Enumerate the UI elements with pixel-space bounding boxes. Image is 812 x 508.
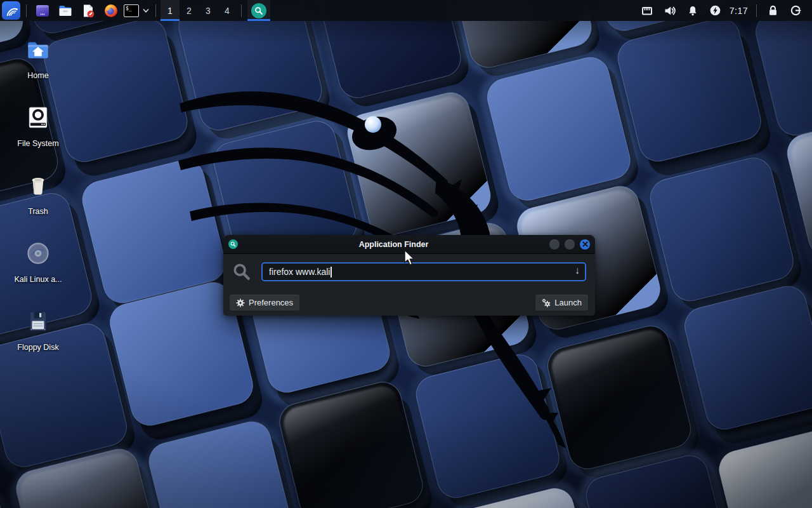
close-icon [582, 241, 588, 247]
kali-logo-icon [4, 4, 18, 18]
panel-separator [756, 4, 757, 17]
panel-separator [241, 4, 242, 17]
clock[interactable]: 7:17 [730, 6, 748, 16]
launch-button-label: Launch [554, 298, 582, 307]
panel-separator [26, 4, 27, 17]
workspace-3-label: 3 [206, 6, 211, 16]
search-input-text: firefox www.kali [269, 267, 330, 277]
desktop-icon-label: Floppy Disk [17, 343, 58, 352]
lock-screen-icon[interactable] [766, 4, 779, 17]
notifications-bell-icon[interactable] [686, 4, 699, 17]
purple-window-icon [35, 3, 50, 18]
workspace-4[interactable]: 4 [218, 0, 237, 21]
close-button[interactable] [580, 239, 590, 250]
workspace-2[interactable]: 2 [180, 0, 199, 21]
app-finder-icon [251, 3, 266, 18]
firefox-icon [103, 3, 119, 18]
launcher-file-manager[interactable] [57, 3, 74, 19]
dropdown-arrow-icon[interactable]: ↓ [575, 265, 580, 276]
desktop-icon-label: Trash [28, 207, 48, 216]
search-icon [232, 262, 251, 281]
desktop-icon-trash[interactable]: Trash [6, 165, 70, 233]
volume-icon[interactable] [664, 4, 676, 17]
panel-separator [155, 4, 156, 17]
launcher-terminal[interactable]: $_ [124, 4, 150, 17]
window-title: Application Finder [238, 240, 549, 249]
desktop-icon-label: Kali Linux a... [14, 275, 62, 284]
launcher-apps-purple[interactable] [34, 3, 51, 19]
application-finder-window: Application Finder firefox www.kali ↓ [223, 235, 595, 316]
network-icon[interactable] [641, 4, 653, 17]
launcher-firefox[interactable] [103, 3, 119, 19]
desktop-icon-kali-linux[interactable]: Kali Linux a... [6, 233, 70, 301]
top-panel: $_ 1 2 3 4 [0, 0, 812, 21]
workspace-1-label: 1 [167, 6, 173, 16]
window-icon [228, 239, 238, 249]
desktop-icon-label: File System [17, 139, 58, 148]
chevron-down-icon[interactable] [142, 7, 150, 15]
preferences-button[interactable]: Preferences [229, 294, 300, 311]
mouse-cursor [403, 250, 417, 266]
workspace-2-label: 2 [187, 6, 192, 16]
gear-icon [236, 298, 245, 307]
desktop-icon-home[interactable]: Home [6, 29, 70, 97]
floppy-disk-icon [25, 308, 51, 335]
desktop-root: $_ 1 2 3 4 [0, 0, 812, 508]
taskbar-application-finder[interactable] [247, 0, 270, 21]
minimize-button[interactable] [549, 239, 560, 250]
launcher-text-editor[interactable] [80, 3, 96, 19]
cdrom-disc-icon [23, 239, 53, 268]
launch-button[interactable]: Launch [535, 294, 589, 311]
document-edit-icon [81, 3, 96, 18]
trash-can-icon [25, 172, 51, 199]
launch-gears-icon [542, 298, 551, 307]
power-manager-icon[interactable] [709, 4, 722, 17]
search-input[interactable]: firefox www.kali ↓ [261, 262, 586, 281]
kali-menu-button[interactable] [2, 1, 20, 20]
text-caret [331, 267, 332, 277]
terminal-icon: $_ [124, 4, 139, 17]
workspace-3[interactable]: 3 [199, 0, 218, 21]
desktop-icon-floppy-disk[interactable]: Floppy Disk [6, 301, 70, 369]
desktop-icon-file-system[interactable]: File System [6, 97, 70, 165]
desktop-icon-column: Home File System [6, 29, 70, 369]
workspace-1[interactable]: 1 [160, 0, 180, 21]
workspace-4-label: 4 [225, 6, 230, 16]
maximize-button[interactable] [565, 239, 575, 250]
folder-icon [58, 3, 73, 18]
preferences-button-label: Preferences [249, 298, 293, 307]
logout-icon[interactable] [789, 4, 802, 17]
home-folder-icon [25, 36, 51, 63]
desktop-icon-label: Home [27, 71, 48, 80]
hard-drive-icon [25, 104, 51, 131]
